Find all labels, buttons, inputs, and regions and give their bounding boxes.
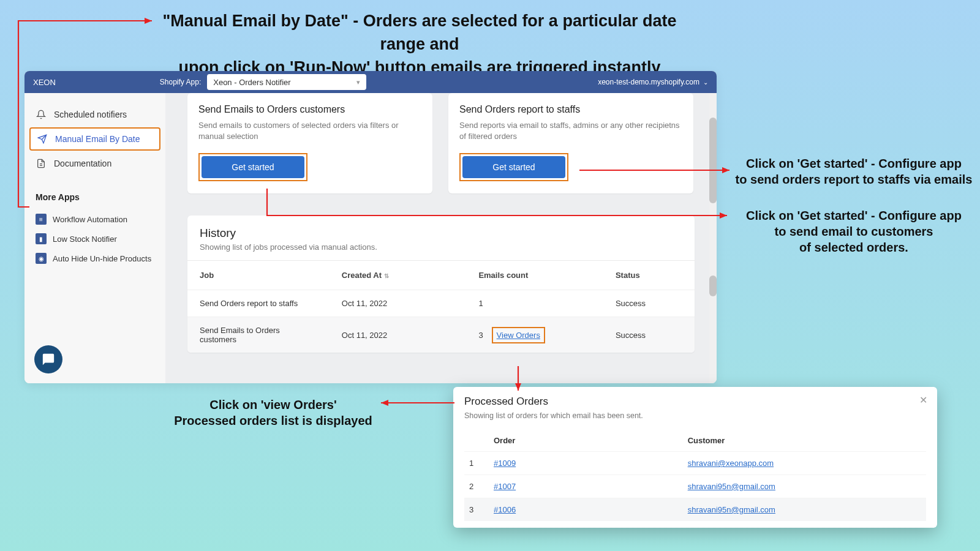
- processed-orders-modal: ✕ Processed Orders Showing list of order…: [453, 387, 937, 528]
- more-app-lowstock[interactable]: ▮ Low Stock Notifier: [29, 229, 160, 249]
- app-square-icon: ◉: [36, 253, 47, 264]
- sort-icon: ⇅: [384, 272, 389, 279]
- cell-created: Oct 11, 2022: [330, 290, 467, 317]
- cell-job: Send Orders report to staffs: [187, 290, 330, 317]
- app-selected: Xeon - Orders Notifier: [213, 78, 290, 87]
- cell-job: Send Emails to Orders customers: [187, 317, 330, 353]
- col-index: [464, 430, 489, 452]
- customer-link[interactable]: shravani@xeonapp.com: [688, 459, 774, 468]
- app-label: Shopify App:: [160, 78, 201, 86]
- order-link[interactable]: #1006: [494, 505, 516, 514]
- cell-emails: 1: [466, 290, 603, 317]
- sidebar-item-scheduled[interactable]: Scheduled notifiers: [29, 104, 160, 125]
- svg-marker-2: [722, 167, 729, 173]
- sidebar-more-apps-heading: More Apps: [36, 192, 154, 202]
- scrollbar-thumb[interactable]: [709, 118, 717, 203]
- customer-link[interactable]: shravani95n@gmail.com: [688, 482, 775, 491]
- annotation-view-orders: Click on 'view Orders' Processed orders …: [174, 397, 372, 429]
- send-icon: [37, 134, 48, 144]
- scrollbar-track[interactable]: [709, 93, 717, 383]
- col-emails[interactable]: Emails count: [466, 261, 603, 290]
- app-window: XEON Shopify App: Xeon - Orders Notifier…: [24, 71, 717, 383]
- more-app-autohide[interactable]: ◉ Auto Hide Un-hide Products: [29, 249, 160, 268]
- get-started-customers-button[interactable]: Get started: [202, 156, 304, 178]
- cell-emails: 3 View Orders: [466, 317, 603, 353]
- card-title: Send Emails to Orders customers: [198, 104, 421, 115]
- sidebar-item-label: Documentation: [54, 159, 111, 168]
- get-started-staffs-button[interactable]: Get started: [462, 156, 565, 178]
- bell-icon: [36, 110, 47, 119]
- col-created[interactable]: Created At⇅: [330, 261, 467, 290]
- col-job[interactable]: Job: [187, 261, 330, 290]
- modal-title: Processed Orders: [464, 395, 926, 408]
- annotation-staffs: Click on 'Get started' - Configure app t…: [731, 156, 976, 187]
- card-desc: Send emails to customers of selected ord…: [198, 120, 421, 142]
- modal-subtitle: Showing list of orders for which email h…: [464, 411, 926, 420]
- close-icon[interactable]: ✕: [919, 394, 927, 406]
- col-status[interactable]: Status: [603, 261, 695, 290]
- cell-index: 1: [464, 452, 489, 475]
- history-card: History Showing list of jobs processed v…: [187, 216, 695, 353]
- highlight-box: Get started: [459, 153, 568, 181]
- cell-index: 3: [464, 498, 489, 522]
- order-link[interactable]: #1009: [494, 459, 516, 468]
- cell-status: Success: [603, 317, 695, 353]
- app-square-icon: ≡: [36, 214, 47, 225]
- brand-name: XEON: [33, 78, 56, 87]
- svg-marker-7: [381, 400, 388, 406]
- arrow-modal-to-annotation: [375, 398, 461, 408]
- cell-created: Oct 11, 2022: [330, 317, 467, 353]
- cell-status: Success: [603, 290, 695, 317]
- history-subtitle: Showing list of jobs processed via manua…: [200, 242, 682, 252]
- table-row: Send Emails to Orders customers Oct 11, …: [187, 317, 695, 353]
- more-app-label: Workflow Automation: [53, 215, 127, 224]
- highlight-box: Get started: [198, 153, 307, 181]
- view-orders-link[interactable]: View Orders: [497, 331, 540, 340]
- sidebar-item-label: Manual Email By Date: [55, 134, 140, 144]
- app-square-icon: ▮: [36, 233, 47, 244]
- order-link[interactable]: #1007: [494, 482, 516, 491]
- chat-widget-button[interactable]: [34, 345, 62, 373]
- headline: "Manual Email by Date" - Orders are sele…: [159, 10, 680, 79]
- processed-orders-table: Order Customer 1 #1009 shravani@xeonapp.…: [464, 430, 926, 521]
- chevron-down-icon: ▾: [356, 78, 360, 86]
- table-row: 3 #1006 shravani95n@gmail.com: [464, 498, 926, 522]
- cell-index: 2: [464, 475, 489, 498]
- sidebar-item-label: Scheduled notifiers: [54, 110, 127, 119]
- more-app-workflow[interactable]: ≡ Workflow Automation: [29, 209, 160, 229]
- card-desc: Send reports via email to staffs, admins…: [459, 120, 682, 142]
- scrollbar-thumb[interactable]: [709, 276, 717, 296]
- headline-line1: "Manual Email by Date" - Orders are sele…: [159, 10, 680, 56]
- table-row: 2 #1007 shravani95n@gmail.com: [464, 475, 926, 498]
- document-icon: [36, 159, 47, 168]
- store-name: xeon-test-demo.myshopify.com: [598, 78, 699, 86]
- main-content: Send Emails to Orders customers Send ema…: [165, 93, 717, 383]
- card-title: Send Orders report to staffs: [459, 104, 682, 115]
- store-selector[interactable]: xeon-test-demo.myshopify.com ⌄: [598, 78, 708, 86]
- table-row: 1 #1009 shravani@xeonapp.com: [464, 452, 926, 475]
- topbar: XEON Shopify App: Xeon - Orders Notifier…: [24, 71, 717, 93]
- sidebar: Scheduled notifiers Manual Email By Date…: [24, 93, 165, 383]
- sidebar-item-documentation[interactable]: Documentation: [29, 153, 160, 174]
- more-app-label: Low Stock Notifier: [53, 234, 117, 244]
- table-row: Send Orders report to staffs Oct 11, 202…: [187, 290, 695, 317]
- svg-marker-3: [720, 212, 727, 219]
- app-selector[interactable]: Xeon - Orders Notifier ▾: [207, 74, 366, 90]
- card-send-emails-customers: Send Emails to Orders customers Send ema…: [187, 93, 432, 193]
- sidebar-item-manual-email[interactable]: Manual Email By Date: [29, 127, 160, 151]
- history-title: History: [200, 227, 682, 240]
- col-customer: Customer: [683, 430, 926, 452]
- highlight-box: View Orders: [492, 327, 545, 343]
- customer-link[interactable]: shravani95n@gmail.com: [688, 505, 775, 514]
- history-table: Job Created At⇅ Emails count Status Send…: [187, 260, 695, 353]
- card-send-report-staffs: Send Orders report to staffs Send report…: [448, 93, 693, 193]
- annotation-customers: Click on 'Get started' - Configure app t…: [731, 208, 976, 255]
- svg-marker-0: [145, 18, 152, 24]
- chevron-down-icon: ⌄: [703, 79, 708, 86]
- col-order: Order: [489, 430, 683, 452]
- more-app-label: Auto Hide Un-hide Products: [53, 254, 151, 263]
